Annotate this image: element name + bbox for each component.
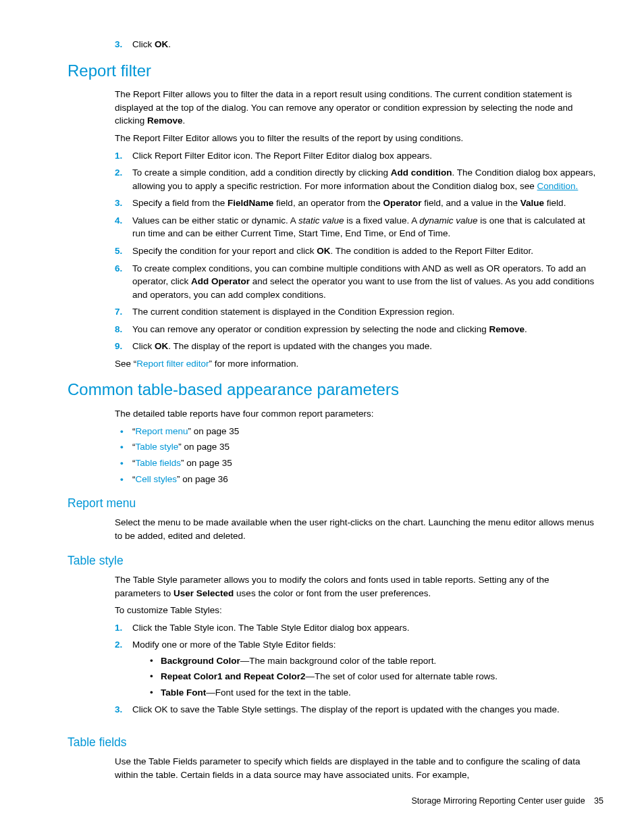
step-item: Click the Table Style icon. The Table St… <box>115 621 597 635</box>
text-run: . The display of the report is updated w… <box>168 341 432 351</box>
link-table-fields[interactable]: Table fields <box>136 458 182 468</box>
subsection-heading-table-fields: Table fields <box>68 734 603 751</box>
ui-ref: Remove <box>489 324 525 334</box>
text-run: Specify the condition for your report an… <box>132 246 317 256</box>
ui-ref: Background Color <box>161 656 240 666</box>
ui-ref: Remove <box>147 115 183 126</box>
text-run: . The condition is added to the Report F… <box>330 246 533 256</box>
section-heading-report-filter: Report filter <box>68 59 603 83</box>
step-item: Specify the condition for your report an… <box>115 244 597 258</box>
step-item: Modify one or more of the Table Style Ed… <box>115 638 597 699</box>
paragraph: The detailed table reports have four com… <box>115 407 597 421</box>
text-run: ” on page 35 <box>188 426 240 436</box>
text-run: Specify a field from the <box>132 198 227 208</box>
ui-ref: FieldName <box>227 198 273 208</box>
italic-run: static value <box>298 215 344 226</box>
text-run: field. <box>544 198 566 208</box>
page-footer: Storage Mirroring Reporting Center user … <box>412 795 603 807</box>
text-run: See “ <box>115 359 136 369</box>
italic-run: dynamic value <box>419 215 477 226</box>
list-item: “Table fields” on page 35 <box>115 457 597 470</box>
subsection-heading-report-menu: Report menu <box>68 495 603 512</box>
ui-ref: OK <box>155 341 168 351</box>
ui-ref: Add Operator <box>191 276 250 286</box>
footer-title: Storage Mirroring Reporting Center user … <box>412 796 585 806</box>
text-run: ” on page 36 <box>177 474 228 484</box>
list-item: Repeat Color1 and Repeat Color2—The set … <box>146 670 597 683</box>
ui-ref: OK <box>317 246 330 256</box>
link-report-menu[interactable]: Report menu <box>136 426 188 436</box>
text-run: To create a simple condition, add a cond… <box>132 167 391 178</box>
ui-ref: User Selected <box>173 588 234 598</box>
list-item: Table Font—Font used for the text in the… <box>146 686 597 700</box>
step-item: Click Report Filter Editor icon. The Rep… <box>115 149 597 163</box>
text-run: Modify one or more of the Table Style Ed… <box>132 640 336 650</box>
text-run: ” on page 35 <box>178 442 230 452</box>
paragraph: To customize Table Styles: <box>115 604 597 617</box>
step-item: Click OK to save the Table Style setting… <box>115 703 597 716</box>
text-run: Values can be either static or dynamic. … <box>132 215 298 226</box>
step-item: Click OK. The display of the report is u… <box>115 340 597 353</box>
text-run: . <box>525 324 527 334</box>
list-item: “Table style” on page 35 <box>115 440 597 454</box>
paragraph: Use the Table Fields parameter to specif… <box>115 755 597 781</box>
text-run: . <box>183 115 186 126</box>
step-item: Values can be either static or dynamic. … <box>115 214 597 240</box>
text-run: field, and a value in the <box>421 198 520 208</box>
step-item: To create complex conditions, you can co… <box>115 262 597 302</box>
paragraph: The Report Filter allows you to filter t… <box>115 88 597 128</box>
step-item: To create a simple condition, add a cond… <box>115 166 597 192</box>
ui-ref: OK <box>155 39 168 49</box>
text-run: —Font used for the text in the table. <box>206 687 351 698</box>
list-item: Background Color—The main background col… <box>146 654 597 668</box>
text-run: uses the color or font from the user pre… <box>234 588 431 598</box>
step-text: . <box>168 39 171 49</box>
link-report-filter-editor[interactable]: Report filter editor <box>136 359 209 369</box>
ui-ref: Table Font <box>161 687 206 698</box>
paragraph: The Report Filter Editor allows you to f… <box>115 132 597 145</box>
section-heading-common-params: Common table-based appearance parameters <box>68 378 603 402</box>
paragraph: See “Report filter editor” for more info… <box>115 357 597 371</box>
step-item: Click OK. <box>115 38 597 51</box>
text-run: ” for more information. <box>209 359 299 369</box>
step-item: You can remove any operator or condition… <box>115 323 597 336</box>
ui-ref: Value <box>520 198 544 208</box>
step-item: Specify a field from the FieldName field… <box>115 197 597 210</box>
paragraph: The Table Style parameter allows you to … <box>115 573 597 600</box>
step-text: Click <box>132 39 155 49</box>
link-table-style[interactable]: Table style <box>136 442 179 452</box>
link-condition[interactable]: Condition. <box>537 181 579 191</box>
step-item: The current condition statement is displ… <box>115 305 597 319</box>
link-cell-styles[interactable]: Cell styles <box>136 474 178 484</box>
paragraph: Select the menu to be made available whe… <box>115 516 597 542</box>
ui-ref: Repeat Color1 and Repeat Color2 <box>161 671 306 681</box>
list-item: “Report menu” on page 35 <box>115 425 597 438</box>
ui-ref: Operator <box>383 198 421 208</box>
text-run: field, an operator from the <box>273 198 383 208</box>
text-run: —The main background color of the table … <box>240 656 436 666</box>
text-run: ” on page 35 <box>181 458 232 468</box>
ui-ref: Add condition <box>391 167 452 178</box>
text-run: —The set of color used for alternate tab… <box>306 671 498 681</box>
text-run: is a fixed value. A <box>344 215 419 226</box>
text-run: You can remove any operator or condition… <box>132 324 489 334</box>
list-item: “Cell styles” on page 36 <box>115 473 597 486</box>
page-number: 35 <box>594 796 603 806</box>
subsection-heading-table-style: Table style <box>68 552 603 569</box>
text-run: Click <box>132 341 155 351</box>
